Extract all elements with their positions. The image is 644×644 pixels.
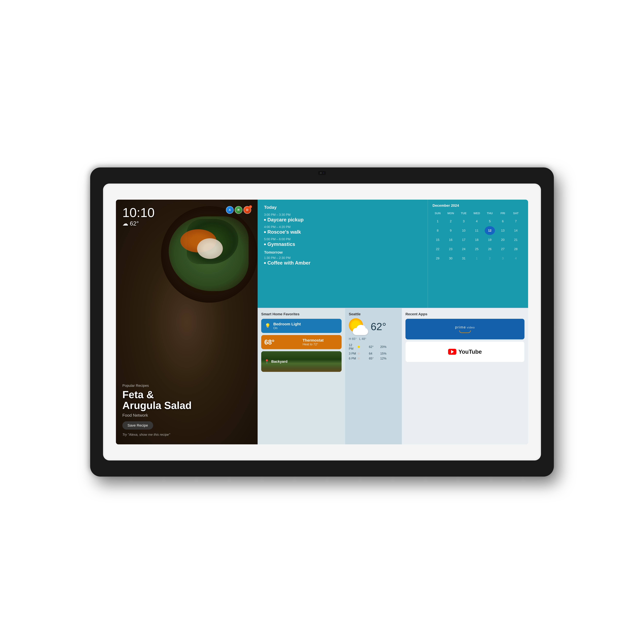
cal-today[interactable]: 12 [485, 226, 495, 235]
schedule-panel: Today 3:00 PM – 3:30 PM Daycare pickup 4… [258, 200, 428, 308]
cal-day[interactable]: 18 [472, 235, 482, 244]
cal-day[interactable]: 22 [433, 245, 443, 253]
recipe-title: Feta &Arugula Salad [122, 389, 251, 411]
left-panel: 10:10 ☁ 62° A [116, 200, 258, 444]
salad-image [155, 200, 258, 316]
avatar-group: A R D ! [226, 206, 251, 214]
thermostat-tile[interactable]: 68° Thermostat Heat to 72° [261, 335, 342, 349]
cal-day[interactable]: 31 [459, 254, 469, 263]
backyard-overlay: 📍 Backyard [261, 351, 342, 372]
cal-day[interactable]: 30 [446, 254, 456, 263]
prime-smile-icon [459, 330, 471, 333]
play-triangle-icon [451, 350, 454, 354]
backyard-camera-tile[interactable]: 📍 Backyard [261, 351, 342, 372]
precip-3pm: 15% [380, 352, 388, 355]
prime-video-logo: prime video [455, 325, 475, 333]
cal-day[interactable]: 23 [446, 245, 456, 253]
bedroom-light-tile[interactable]: 💡 Bedroom Light On [261, 319, 342, 333]
avatar-blue: A [226, 206, 234, 214]
prime-text: prime [455, 325, 466, 329]
cal-day[interactable]: 24 [459, 245, 469, 253]
cal-day[interactable]: 29 [433, 254, 443, 263]
recipe-info: Popular Recipes Feta &Arugula Salad Food… [122, 384, 251, 437]
save-recipe-button[interactable]: Save Recipe [122, 421, 153, 430]
cal-day[interactable]: 28 [511, 245, 521, 253]
cal-day-next[interactable]: 3 [498, 254, 508, 263]
cal-day-next[interactable]: 2 [485, 254, 495, 263]
event-dot [264, 219, 266, 221]
cal-day[interactable]: 19 [485, 235, 495, 244]
cal-day[interactable]: 6 [498, 217, 508, 226]
cal-day-next[interactable]: 1 [472, 254, 482, 263]
cal-day[interactable]: 11 [472, 226, 482, 235]
cal-day[interactable]: 3 [459, 217, 469, 226]
bottom-section: Smart Home Favorites 💡 Bedroom Light On [258, 308, 528, 444]
event-dot-4 [264, 262, 266, 264]
weather-row-6pm: 6 PM 65° 12% [349, 357, 398, 360]
cal-day[interactable]: 27 [498, 245, 508, 253]
cal-fri: FRI [498, 210, 508, 216]
device-bezel: 10:10 ☁ 62° A [103, 184, 541, 460]
smart-home-title: Smart Home Favorites [261, 312, 342, 316]
thermostat-name: Thermostat [303, 338, 338, 342]
temp-noon: 62° [369, 345, 379, 349]
smart-tiles: 💡 Bedroom Light On 68° [261, 319, 342, 372]
weather-hi: H 65° [349, 337, 357, 341]
cal-day[interactable]: 8 [433, 226, 443, 235]
recipe-background: 10:10 ☁ 62° A [116, 200, 258, 444]
cal-day[interactable]: 10 [459, 226, 469, 235]
cal-day[interactable]: 4 [472, 217, 482, 226]
thermostat-info: 68° [264, 339, 300, 345]
calendar-header: December 2024 [433, 204, 523, 208]
weather-lo: L 48° [359, 337, 366, 341]
weather-cloud-icon: ☁ [122, 220, 128, 227]
cal-day[interactable]: 25 [472, 245, 482, 253]
cal-day[interactable]: 2 [446, 217, 456, 226]
cal-day[interactable]: 16 [446, 235, 456, 244]
cal-day[interactable]: 20 [498, 235, 508, 244]
event-4-title: Coffee with Amber [267, 260, 310, 266]
light-name: Bedroom Light [273, 322, 338, 326]
cloud-dot-2 [358, 357, 360, 360]
popular-recipes-label: Popular Recipes [122, 384, 251, 388]
cal-day-next[interactable]: 4 [511, 254, 521, 263]
cal-day[interactable]: 9 [446, 226, 456, 235]
cal-tue: TUE [459, 210, 469, 216]
prime-video-tile[interactable]: prime video [405, 319, 524, 339]
cal-day[interactable]: 26 [485, 245, 495, 253]
cal-day[interactable]: 15 [433, 235, 443, 244]
time-3pm: 3 PM [349, 352, 357, 355]
weather-display: ☁ 62° [122, 220, 155, 227]
clock-display: 10:10 [122, 206, 155, 219]
avatar-green: R [235, 206, 242, 214]
cal-day[interactable]: 21 [511, 235, 521, 244]
cal-day[interactable]: 17 [459, 235, 469, 244]
event-3-name: Gymnastics [264, 241, 421, 247]
cal-day[interactable]: 13 [498, 226, 508, 235]
weather-main-display: 62° [349, 318, 398, 335]
cal-day[interactable]: 14 [511, 226, 521, 235]
cal-day[interactable]: 1 [433, 217, 443, 226]
thermostat-details: Thermostat Heat to 72° [303, 338, 338, 346]
time-noon: 12 PM [349, 343, 357, 350]
schedule-event-3[interactable]: 5:00 PM – 6:00 PM Gymnastics [264, 237, 421, 247]
cal-wed: WED [472, 210, 482, 216]
youtube-logo: YouTube [448, 349, 482, 355]
weather-temp: 62° [130, 220, 139, 227]
camera-notch [318, 171, 326, 175]
thermostat-status: Heat to 72° [303, 342, 338, 346]
schedule-event-1[interactable]: 3:00 PM – 3:30 PM Daycare pickup [264, 213, 421, 223]
cal-week-1: 1 2 3 4 5 6 7 [433, 217, 523, 226]
cal-day[interactable]: 7 [511, 217, 521, 226]
cal-day[interactable]: 5 [485, 217, 495, 226]
schedule-event-4[interactable]: 1:30 PM – 2:30 PM Coffee with Amber [264, 256, 421, 266]
cal-week-2: 8 9 10 11 12 13 14 [433, 226, 523, 235]
schedule-event-2[interactable]: 4:00 PM – 4:20 PM Roscoe's walk [264, 225, 421, 235]
event-2-time: 4:00 PM – 4:20 PM [264, 225, 421, 229]
event-4-name: Coffee with Amber [264, 260, 421, 266]
temp-6pm: 65° [369, 357, 379, 360]
location-pin-icon: 📍 [264, 359, 269, 364]
video-text: video [467, 326, 475, 329]
youtube-tile[interactable]: YouTube [405, 341, 524, 362]
weather-hi-lo: H 65° L 48° [349, 337, 398, 341]
